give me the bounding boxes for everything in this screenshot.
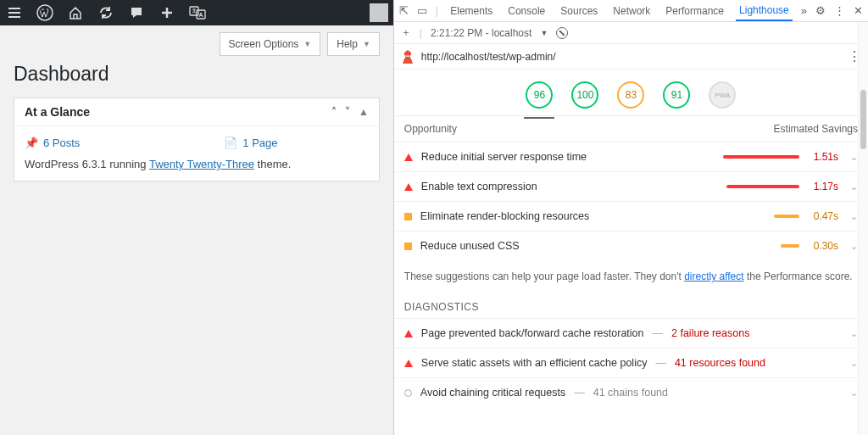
tested-url: http://localhost/test/wp-admin/ [421,51,556,63]
screen-options-button[interactable]: Screen Options▼ [220,32,321,56]
panel-toggle-icon[interactable]: ▲ [359,106,369,118]
device-icon[interactable]: ▭ [417,4,427,17]
chevron-down-icon: ▼ [303,40,311,48]
diagnostic-row[interactable]: Avoid chaining critical requests — 41 ch… [394,377,868,407]
help-button[interactable]: Help▼ [327,32,380,56]
scores-row: 961008391PWA [394,70,868,116]
translate-icon[interactable] [188,3,207,22]
menu-icon[interactable] [5,3,24,22]
diagnostic-row[interactable]: Page prevented back/forward cache restor… [394,318,868,348]
clear-icon[interactable] [556,27,568,39]
refresh-icon[interactable] [97,3,115,22]
savings-bar [781,244,799,248]
home-icon[interactable] [66,3,85,22]
pin-icon: 📌 [25,137,38,149]
directly-affect-link[interactable]: directly affect [684,270,743,282]
opportunity-label: Reduce unused CSS [420,240,520,252]
lighthouse-icon [401,49,415,64]
opportunity-label: Reduce initial server response time [421,151,587,163]
score-gauge[interactable]: 91 [663,81,690,109]
opportunity-label: Eliminate render-blocking resources [420,210,589,222]
score-gauge[interactable]: 83 [617,81,644,109]
panel-down-icon[interactable]: ˅ [345,106,350,118]
severity-icon [404,360,413,367]
tab-network[interactable]: Network [609,2,654,20]
tab-elements[interactable]: Elements [447,2,496,20]
wp-content: Screen Options▼ Help▼ Dashboard At a Gla… [0,25,393,435]
panel-header: At a Glance ˄ ˅ ▲ [14,98,379,126]
severity-icon [404,330,413,337]
severity-icon [404,243,412,250]
opportunity-label: Enable text compression [421,181,537,192]
chevron-down-icon: ⌄ [850,211,858,222]
score-gauge[interactable]: 96 [526,81,553,109]
page-icon: 📄 [224,137,237,149]
chevron-down-icon: ⌄ [850,358,858,369]
comment-icon[interactable] [127,3,146,22]
score-gauge[interactable]: PWA [709,81,736,109]
more-tabs-icon[interactable]: » [801,4,807,17]
severity-icon [404,183,413,191]
settings-icon[interactable]: ⚙ [815,4,826,17]
scrollbar[interactable] [858,22,868,435]
savings-time: 0.30s [808,240,838,252]
pages-link[interactable]: 📄 1 Page [224,137,277,149]
dropdown-icon[interactable]: ▼ [540,29,548,37]
wp-admin-bar [0,0,393,25]
wordpress-admin: Screen Options▼ Help▼ Dashboard At a Gla… [0,0,393,435]
opportunity-row[interactable]: Eliminate render-blocking resources0.47s… [394,201,868,231]
wordpress-logo-icon[interactable] [36,3,54,22]
devtools-panel: ⇱ ▭ | Elements Console Sources Network P… [393,0,868,435]
url-bar: http://localhost/test/wp-admin/ ⋮ [394,44,868,70]
chevron-down-icon: ⌄ [850,328,858,339]
avatar[interactable] [370,3,388,22]
new-report-icon[interactable]: ＋ [401,25,411,40]
diagnostic-label: Serve static assets with an efficient ca… [421,357,648,369]
at-a-glance-panel: At a Glance ˄ ˅ ▲ 📌 6 Posts 📄 1 Page [14,98,380,181]
chevron-down-icon: ⌄ [850,241,858,252]
chevron-down-icon: ⌄ [850,181,858,192]
scrollbar-thumb[interactable] [860,90,866,149]
savings-time: 0.47s [808,210,838,222]
panel-title: At a Glance [25,105,90,119]
posts-link[interactable]: 📌 6 Posts [25,137,80,149]
diagnostic-label: Avoid chaining critical requests [420,387,565,399]
inspect-icon[interactable]: ⇱ [399,4,409,17]
svg-point-0 [37,5,53,20]
tab-lighthouse[interactable]: Lighthouse [736,1,793,21]
svg-rect-4 [405,55,409,56]
severity-icon [404,153,413,161]
opportunity-row[interactable]: Enable text compression1.17s⌄ [394,171,868,201]
theme-link[interactable]: Twenty Twenty-Three [149,158,254,170]
tab-sources[interactable]: Sources [557,2,601,20]
savings-time: 1.51s [808,151,838,163]
wp-version-text: WordPress 6.3.1 running Twenty Twenty-Th… [25,158,369,170]
severity-icon [404,389,412,397]
opportunity-note: These suggestions can help your page loa… [394,260,868,293]
diagnostic-extra: 2 failure reasons [671,327,749,339]
close-icon[interactable]: ✕ [854,4,863,17]
tab-performance[interactable]: Performance [662,2,727,20]
kebab-icon[interactable]: ⋮ [834,4,845,17]
savings-bar [726,185,799,188]
diagnostic-extra: 41 resources found [675,357,765,369]
diagnostic-extra: 41 chains found [593,387,668,399]
savings-bar [723,155,799,159]
diagnostic-label: Page prevented back/forward cache restor… [421,327,644,339]
plus-icon[interactable] [158,3,176,22]
score-gauge[interactable]: 100 [571,81,598,109]
panel-up-icon[interactable]: ˄ [331,106,337,118]
chevron-down-icon: ▼ [363,40,370,48]
diagnostics-title: DIAGNOSTICS [394,293,868,318]
opportunity-row[interactable]: Reduce initial server response time1.51s… [394,142,868,171]
diagnostic-row[interactable]: Serve static assets with an efficient ca… [394,348,868,377]
chevron-down-icon: ⌄ [850,152,858,163]
savings-bar [774,215,799,218]
savings-time: 1.17s [808,181,838,192]
opportunity-row[interactable]: Reduce unused CSS0.30s⌄ [394,231,868,260]
report-time[interactable]: 2:21:22 PM - localhost [431,27,531,39]
severity-icon [404,213,412,220]
chevron-down-icon: ⌄ [850,388,858,399]
lighthouse-subbar: ＋ | 2:21:22 PM - localhost ▼ [394,22,868,44]
tab-console[interactable]: Console [504,2,548,20]
